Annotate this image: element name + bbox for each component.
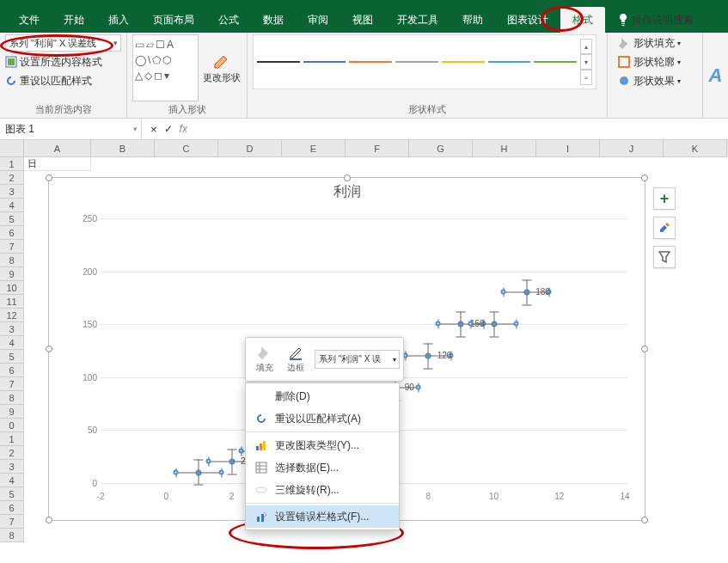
- row-header-4[interactable]: 5: [0, 212, 24, 226]
- format-bars-icon: [255, 511, 267, 523]
- col-header-C[interactable]: C: [155, 140, 218, 157]
- gallery-more[interactable]: ＝: [580, 70, 592, 85]
- data-point[interactable]: 180: [523, 290, 529, 296]
- col-header-A[interactable]: A: [24, 140, 91, 157]
- ctx-delete[interactable]: 删除(D): [246, 385, 399, 407]
- fill-icon: [618, 37, 630, 49]
- format-selection-button[interactable]: 设置所选内容格式: [5, 53, 121, 70]
- row-header-27[interactable]: 8: [0, 529, 24, 542]
- shape-effects-button[interactable]: 形状效果▾: [618, 72, 681, 89]
- pen-icon: [288, 345, 303, 360]
- menu-help[interactable]: 帮助: [450, 7, 495, 33]
- row-header-8[interactable]: 9: [0, 267, 24, 281]
- shapes-gallery[interactable]: ▭▱☐A ◯\⬠⬡ △◇◻▾: [132, 34, 199, 101]
- tell-me-search[interactable]: 操作说明搜索: [618, 13, 694, 28]
- row-header-22[interactable]: 3: [0, 460, 24, 474]
- context-menu: 删除(D) 重设以匹配样式(A) 更改图表类型(Y)... 选择数据(E)...…: [245, 382, 400, 530]
- menu-review[interactable]: 审阅: [296, 7, 340, 33]
- gallery-scroll-down[interactable]: ▾: [580, 54, 592, 70]
- row-header-26[interactable]: 7: [0, 515, 24, 529]
- row-header-23[interactable]: 4: [0, 474, 24, 487]
- row-header-25[interactable]: 6: [0, 501, 24, 515]
- mini-fill-button[interactable]: 填充: [249, 345, 280, 374]
- current-selection-combo[interactable]: 系列 "利润" X 误差线: [5, 34, 121, 52]
- row-header-13[interactable]: 4: [0, 336, 24, 350]
- shape-fill-label: 形状填充: [633, 36, 675, 51]
- change-shape-button[interactable]: 更改形状: [202, 34, 242, 101]
- col-header-H[interactable]: H: [473, 140, 536, 157]
- menu-data[interactable]: 数据: [251, 7, 296, 33]
- wordart-icon[interactable]: A: [709, 64, 723, 87]
- row-header-14[interactable]: 5: [0, 350, 24, 364]
- col-header-B[interactable]: B: [91, 140, 155, 157]
- col-header-D[interactable]: D: [218, 140, 282, 157]
- menu-chart-design[interactable]: 图表设计: [495, 7, 560, 33]
- data-point[interactable]: [491, 321, 497, 327]
- menu-view[interactable]: 视图: [340, 7, 385, 33]
- row-header-19[interactable]: 0: [0, 419, 24, 432]
- row-header-7[interactable]: 8: [0, 254, 24, 267]
- data-point[interactable]: [196, 469, 202, 475]
- reset-match-button[interactable]: 重设以匹配样式: [5, 72, 121, 89]
- data-point[interactable]: 150: [458, 321, 464, 327]
- data-point[interactable]: 20: [229, 459, 235, 465]
- chart-filters-button[interactable]: [653, 246, 676, 268]
- ctx-format-error-bars[interactable]: 设置错误栏格式(F)...: [246, 505, 399, 528]
- chart-title[interactable]: 利润: [49, 183, 645, 201]
- ribbon-group-selection-label: 当前所选内容: [5, 101, 121, 118]
- mini-selection-combo[interactable]: 系列 "利润" X 误: [315, 350, 400, 369]
- row-header-11[interactable]: 12: [0, 309, 24, 322]
- row-header-15[interactable]: 6: [0, 364, 24, 377]
- row-header-9[interactable]: 10: [0, 281, 24, 295]
- ctx-select-data[interactable]: 选择数据(E)...: [246, 456, 399, 479]
- menu-file[interactable]: 文件: [7, 7, 52, 33]
- menu-home[interactable]: 开始: [52, 7, 96, 33]
- row-header-1[interactable]: 2: [0, 171, 24, 185]
- menu-formulas[interactable]: 公式: [206, 7, 251, 33]
- row-header-17[interactable]: 8: [0, 391, 24, 405]
- bucket-icon: [257, 345, 272, 360]
- fx-icon[interactable]: fx: [180, 123, 187, 135]
- mini-outline-button[interactable]: 边框: [280, 345, 311, 374]
- ribbon-group-shape-styles-label: 形状样式: [253, 101, 602, 118]
- shape-outline-button[interactable]: 形状轮廓▾: [618, 53, 681, 70]
- worksheet-grid[interactable]: ABCDEFGHIJK 1234567891011123456789012345…: [0, 140, 728, 157]
- row-header-18[interactable]: 9: [0, 405, 24, 419]
- ctx-change-chart-type[interactable]: 更改图表类型(Y)...: [246, 434, 399, 456]
- col-header-F[interactable]: F: [346, 140, 409, 157]
- svg-rect-7: [263, 441, 266, 450]
- select-all-corner[interactable]: [0, 140, 24, 157]
- gallery-scroll-up[interactable]: ▴: [580, 39, 592, 54]
- row-header-2[interactable]: 3: [0, 185, 24, 199]
- chart-styles-button[interactable]: [653, 217, 676, 239]
- data-point[interactable]: 120: [425, 353, 431, 359]
- menu-format[interactable]: 格式: [560, 7, 605, 33]
- chart-elements-button[interactable]: +: [653, 187, 676, 210]
- col-header-I[interactable]: I: [536, 140, 600, 157]
- menu-insert[interactable]: 插入: [96, 7, 141, 33]
- col-header-K[interactable]: K: [664, 140, 727, 157]
- row-header-3[interactable]: 4: [0, 199, 24, 212]
- row-header-10[interactable]: 11: [0, 295, 24, 309]
- ctx-reset-style[interactable]: 重设以匹配样式(A): [246, 407, 399, 430]
- row-header-24[interactable]: 5: [0, 487, 24, 501]
- svg-rect-5: [256, 446, 259, 450]
- row-header-12[interactable]: 3: [0, 322, 24, 336]
- menu-layout[interactable]: 页面布局: [141, 7, 206, 33]
- shape-style-gallery[interactable]: ▴ ▾ ＝: [253, 34, 596, 89]
- row-header-21[interactable]: 2: [0, 446, 24, 460]
- row-header-20[interactable]: 1: [0, 432, 24, 446]
- format-selection-label: 设置所选内容格式: [20, 55, 102, 70]
- menu-dev[interactable]: 开发工具: [385, 7, 450, 33]
- row-header-0[interactable]: 1: [0, 157, 24, 171]
- col-header-J[interactable]: J: [600, 140, 664, 157]
- row-header-16[interactable]: 7: [0, 377, 24, 391]
- shape-fill-button[interactable]: 形状填充▾: [618, 34, 681, 52]
- row-header-5[interactable]: 6: [0, 226, 24, 240]
- effects-icon: [618, 75, 630, 87]
- name-box[interactable]: 图表 1: [0, 119, 142, 139]
- col-header-G[interactable]: G: [409, 140, 473, 157]
- cell-a1[interactable]: 日: [24, 157, 91, 171]
- row-header-6[interactable]: 7: [0, 240, 24, 254]
- col-header-E[interactable]: E: [282, 140, 346, 157]
